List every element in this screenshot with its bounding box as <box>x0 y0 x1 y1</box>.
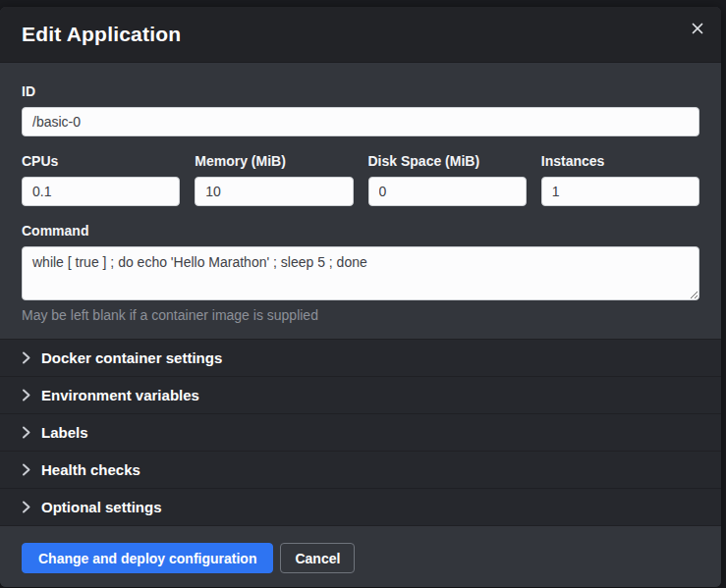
chevron-right-icon <box>22 501 30 513</box>
chevron-right-icon <box>22 463 30 476</box>
close-button[interactable] <box>686 18 709 41</box>
chevron-right-icon <box>22 426 30 439</box>
modal-header: Edit Application <box>0 7 721 63</box>
cpus-label: CPUs <box>22 153 180 169</box>
chevron-right-icon <box>22 351 30 364</box>
resources-row: CPUs Memory (MiB) Disk Space (MiB) Insta… <box>22 153 699 206</box>
instances-field-group: Instances <box>541 153 699 206</box>
id-label: ID <box>22 83 699 99</box>
section-title: Environment variables <box>41 387 199 403</box>
disk-field-group: Disk Space (MiB) <box>368 153 527 206</box>
section-health-checks[interactable]: Health checks <box>0 451 721 488</box>
disk-input[interactable] <box>368 177 527 206</box>
modal-footer: Change and deploy configuration Cancel <box>0 526 721 587</box>
close-icon <box>692 23 703 37</box>
disk-label: Disk Space (MiB) <box>368 153 527 169</box>
section-labels[interactable]: Labels <box>0 413 721 451</box>
section-title: Docker container settings <box>41 349 222 366</box>
command-field-group: Command while [ true ] ; do echo 'Hello … <box>22 223 699 323</box>
section-title: Optional settings <box>41 499 162 515</box>
memory-field-group: Memory (MiB) <box>195 153 353 206</box>
chevron-right-icon <box>22 389 30 401</box>
section-environment-variables[interactable]: Environment variables <box>0 376 721 413</box>
cpus-field-group: CPUs <box>22 153 180 206</box>
section-title: Health checks <box>41 461 140 478</box>
section-optional-settings[interactable]: Optional settings <box>0 488 721 525</box>
change-and-deploy-button[interactable]: Change and deploy configuration <box>22 543 273 573</box>
accordion-sections: Docker container settings Environment va… <box>0 339 721 526</box>
instances-label: Instances <box>541 153 699 169</box>
cpus-input[interactable] <box>22 177 180 206</box>
id-input[interactable] <box>22 107 699 136</box>
id-field-group: ID <box>22 83 699 136</box>
section-docker-container-settings[interactable]: Docker container settings <box>0 339 721 376</box>
instances-input[interactable] <box>541 177 699 206</box>
modal-body: ID CPUs Memory (MiB) Disk Space (MiB) In… <box>0 63 721 323</box>
memory-label: Memory (MiB) <box>195 153 353 169</box>
edit-application-modal: Edit Application ID CPUs Memory (MiB) <box>0 7 721 587</box>
command-help-text: May be left blank if a container image i… <box>22 307 699 323</box>
modal-title: Edit Application <box>22 23 181 46</box>
command-label: Command <box>22 223 699 239</box>
cancel-button[interactable]: Cancel <box>280 543 355 573</box>
command-textarea[interactable]: while [ true ] ; do echo 'Hello Marathon… <box>22 246 699 300</box>
memory-input[interactable] <box>195 177 353 206</box>
section-title: Labels <box>41 424 88 441</box>
